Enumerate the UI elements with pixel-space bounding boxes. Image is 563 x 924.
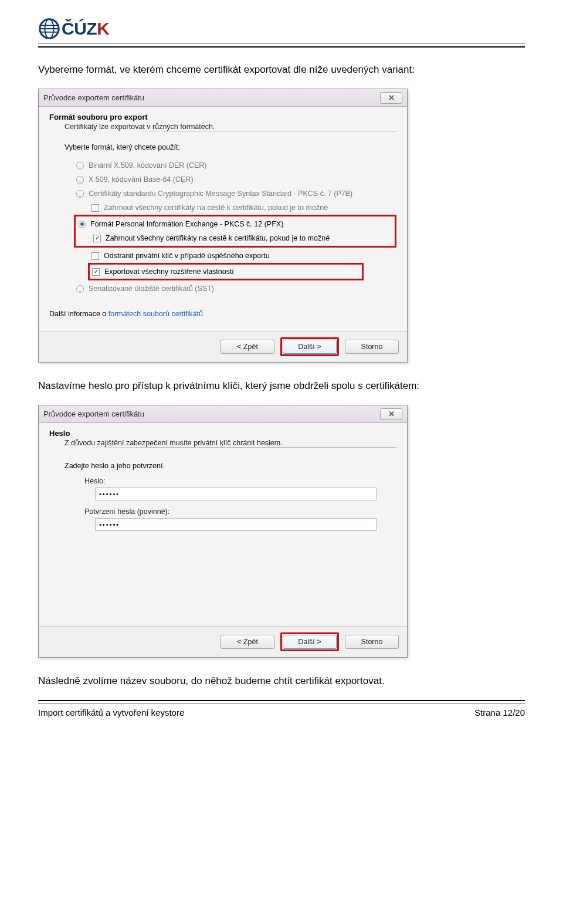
button-bar: < Zpět Další > Storno (39, 626, 407, 657)
header-underline (38, 43, 525, 48)
checkbox-pfx-include[interactable]: Zahrnout všechny certifikáty na cestě k … (93, 231, 394, 245)
more-info-row: Další informace o formátech souborů cert… (49, 310, 396, 318)
checkbox-p7b-include: Zahrnout všechny certifikáty na cestě k … (91, 201, 396, 215)
password-input[interactable]: •••••• (95, 488, 377, 500)
export-wizard-password-dialog: Průvodce exportem certifikátu ✕ Heslo Z … (38, 405, 408, 658)
highlight-pfx-option: Formát Personal Information Exchange - P… (74, 215, 396, 248)
checkbox-icon (91, 252, 99, 260)
radio-base64: X.509, kódování Base-64 (CER) (76, 172, 396, 187)
button-bar: < Zpět Další > Storno (39, 331, 407, 362)
footer-left: Import certifikátů a vytvoření keystore (38, 708, 184, 717)
footer-right: Strana 12/20 (474, 708, 525, 717)
checkbox-label: Exportovat všechny rozšířené vlastnosti (104, 268, 233, 276)
password-prompt: Zadejte heslo a jeho potvrzení. (65, 462, 396, 470)
back-button[interactable]: < Zpět (221, 340, 274, 354)
checkbox-extended[interactable]: Exportovat všechny rozšířené vlastnosti (92, 265, 361, 279)
password-label: Heslo: (84, 477, 396, 485)
checkbox-icon (92, 268, 100, 276)
page-footer: Import certifikátů a vytvoření keystore … (38, 708, 525, 717)
confirm-password-input[interactable]: •••••• (95, 518, 377, 531)
checkbox-delete-key[interactable]: Odstranit privátní klíč v případě úspěšn… (91, 249, 396, 263)
outro-paragraph: Následně zvolíme název souboru, do něhož… (38, 675, 525, 687)
checkbox-label: Zahrnout všechny certifikáty na cestě k … (106, 234, 330, 242)
intro-paragraph-2: Nastavíme heslo pro přístup k privátnímu… (38, 380, 525, 392)
intro-paragraph-1: Vybereme formát, ve kterém chceme certif… (38, 64, 525, 76)
checkbox-label: Odstranit privátní klíč v případě úspěšn… (104, 252, 270, 260)
highlight-extended-props: Exportovat všechny rozšířené vlastnosti (88, 263, 364, 280)
radio-icon (76, 285, 84, 293)
radio-label: Formát Personal Information Exchange - P… (90, 220, 283, 228)
link-prefix: Další informace o (49, 310, 108, 318)
close-button[interactable]: ✕ (380, 92, 402, 104)
radio-icon (78, 221, 86, 228)
formats-link[interactable]: formátech souborů certifikátů (108, 310, 203, 318)
radio-icon (76, 190, 84, 198)
radio-pfx[interactable]: Formát Personal Information Exchange - P… (78, 217, 394, 231)
highlight-next: Další > (280, 632, 339, 651)
radio-label: Binární X.509, kódování DER (CER) (89, 161, 206, 170)
section-heading: Formát souboru pro export (49, 113, 396, 121)
footer-underline (38, 700, 525, 704)
next-button[interactable]: Další > (283, 340, 337, 354)
brand-k: K (97, 19, 109, 38)
globe-icon (38, 18, 60, 40)
password-value: •••••• (99, 490, 120, 497)
section-heading: Heslo (49, 429, 396, 438)
close-icon: ✕ (388, 93, 395, 102)
title-bar: Průvodce exportem certifikátu ✕ (39, 405, 407, 423)
window-title: Průvodce exportem certifikátu (43, 93, 144, 102)
back-button[interactable]: < Zpět (221, 635, 274, 649)
radio-der: Binární X.509, kódování DER (CER) (76, 158, 396, 172)
cancel-button[interactable]: Storno (345, 340, 399, 354)
confirm-password-label: Potvrzení hesla (povinné): (84, 507, 396, 516)
radio-icon (76, 162, 84, 170)
checkbox-icon (93, 235, 101, 242)
brand-cuz: ČÚZ (62, 19, 97, 38)
format-prompt: Vyberte formát, který chcete použít: (65, 143, 396, 151)
title-bar: Průvodce exportem certifikátu ✕ (39, 89, 407, 107)
radio-label: X.509, kódování Base-64 (CER) (89, 175, 194, 184)
confirm-password-value: •••••• (99, 521, 120, 528)
checkbox-label: Zahrnout všechny certifikáty na cestě k … (104, 204, 328, 212)
close-button[interactable]: ✕ (380, 408, 402, 420)
section-subtext: Certifikáty lze exportovat v různých for… (65, 123, 396, 131)
section-subtext: Z důvodu zajištění zabezpečení musíte pr… (65, 439, 396, 447)
cancel-button[interactable]: Storno (345, 635, 399, 649)
brand-logo: ČÚZK (38, 18, 525, 40)
window-title: Průvodce exportem certifikátu (43, 409, 144, 418)
export-wizard-format-dialog: Průvodce exportem certifikátu ✕ Formát s… (38, 89, 408, 363)
radio-sst: Serializované úložiště certifikátů (SST) (76, 282, 396, 296)
next-button[interactable]: Další > (283, 635, 337, 649)
brand-text: ČÚZK (62, 19, 109, 39)
checkbox-icon (91, 204, 99, 212)
radio-label: Certifikáty standardu Cryptographic Mess… (89, 189, 352, 198)
close-icon: ✕ (388, 409, 395, 418)
radio-p7b: Certifikáty standardu Cryptographic Mess… (76, 187, 396, 201)
radio-label: Serializované úložiště certifikátů (SST) (89, 285, 214, 293)
radio-icon (76, 176, 84, 184)
highlight-next: Další > (280, 337, 339, 356)
